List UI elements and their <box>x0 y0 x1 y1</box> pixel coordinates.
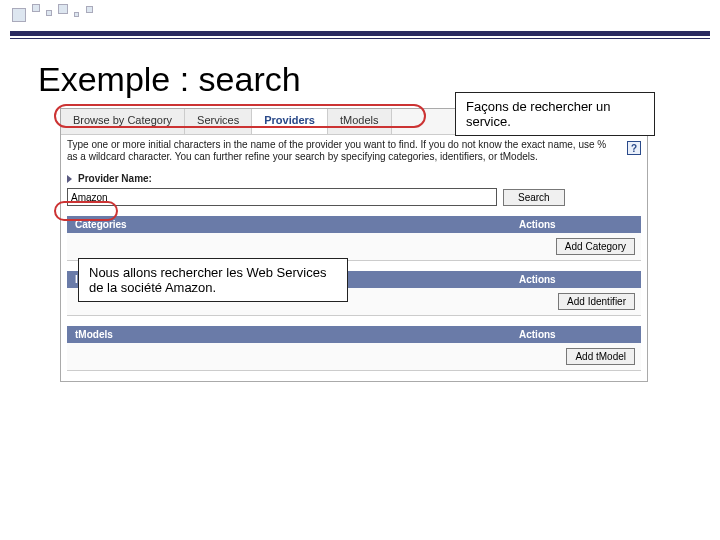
tab-tmodels[interactable]: tModels <box>328 109 392 134</box>
tmodels-body <box>67 343 511 370</box>
slide-title: Exemple : search <box>38 60 301 99</box>
callout-amazon-search: Nous allons rechercher les Web Services … <box>78 258 348 302</box>
add-identifier-button[interactable] <box>558 293 635 310</box>
provider-name-input[interactable] <box>67 188 497 206</box>
add-category-button[interactable] <box>556 238 635 255</box>
tab-providers[interactable]: Providers <box>252 109 328 134</box>
tab-services[interactable]: Services <box>185 109 252 134</box>
expand-icon <box>67 175 72 183</box>
search-panel: Browse by Category Services Providers tM… <box>60 108 648 382</box>
provider-name-label: Provider Name: <box>78 173 152 184</box>
search-button[interactable] <box>503 189 565 206</box>
slide-decorative-header <box>0 0 720 36</box>
tab-browse-category[interactable]: Browse by Category <box>61 109 185 134</box>
categories-body <box>67 233 511 260</box>
actions-header-2: Actions <box>511 271 641 288</box>
categories-header: Categories <box>67 216 511 233</box>
help-icon[interactable]: ? <box>627 141 641 155</box>
add-tmodel-button[interactable] <box>566 348 635 365</box>
actions-header: Actions <box>511 216 641 233</box>
callout-search-methods: Façons de rechercher un service. <box>455 92 655 136</box>
actions-header-3: Actions <box>511 326 641 343</box>
instructions-text: Type one or more initial characters in t… <box>67 139 619 163</box>
tmodels-header: tModels <box>67 326 511 343</box>
